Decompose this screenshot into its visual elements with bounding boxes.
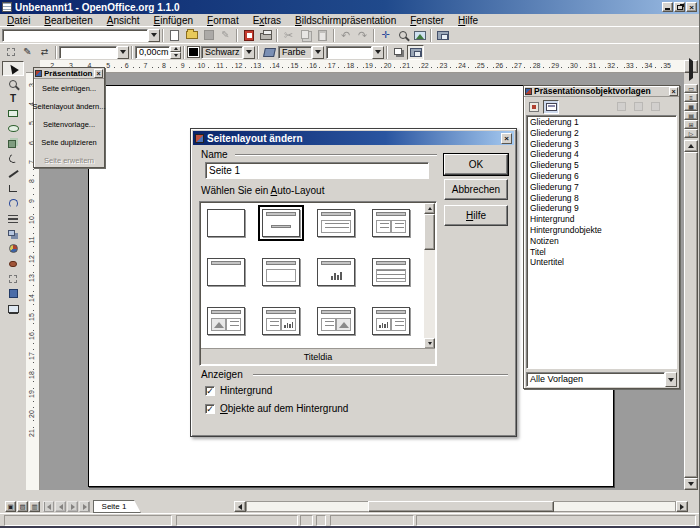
url-input[interactable] bbox=[2, 29, 148, 42]
rectangle-tool-button[interactable] bbox=[2, 106, 24, 121]
menu-datei[interactable]: Datei bbox=[0, 14, 37, 27]
line-style-combobox[interactable] bbox=[59, 46, 129, 59]
outline-view-button[interactable]: ≡ bbox=[684, 93, 698, 102]
restore-button[interactable] bbox=[674, 2, 685, 12]
style-item-gliederung-9[interactable]: Gliederung 9 bbox=[527, 203, 676, 214]
style-item-hintergrundobjekte[interactable]: Hintergrundobjekte bbox=[527, 225, 676, 236]
tab-seite-1[interactable]: Seite 1 bbox=[93, 500, 141, 513]
url-combobox[interactable] bbox=[2, 29, 160, 42]
select-tool-button[interactable] bbox=[2, 61, 24, 76]
layout-title-image-content[interactable] bbox=[207, 307, 245, 335]
layer-mode-button[interactable]: ▥ bbox=[29, 501, 40, 512]
line-color-dropdown-button[interactable] bbox=[243, 46, 255, 59]
style-item-gliederung-3[interactable]: Gliederung 3 bbox=[527, 139, 676, 150]
fill-color-combobox[interactable] bbox=[326, 46, 384, 59]
line-color-combobox[interactable]: Schwarz bbox=[201, 46, 255, 59]
style-item-gliederung-2[interactable]: Gliederung 2 bbox=[527, 128, 676, 139]
url-dropdown-button[interactable] bbox=[148, 29, 160, 42]
connector-tool-button[interactable] bbox=[2, 181, 24, 196]
zoom-tool-button[interactable] bbox=[2, 76, 24, 91]
menu-format[interactable]: Format bbox=[200, 14, 246, 27]
print-direct-button[interactable] bbox=[257, 28, 274, 43]
3d-objects-tool-button[interactable] bbox=[2, 136, 24, 151]
navigator-button[interactable]: ✛ bbox=[377, 28, 394, 43]
master-mode-button[interactable]: ▨ bbox=[17, 501, 28, 512]
pen-button[interactable]: ✎ bbox=[19, 45, 36, 60]
style-item-hintergrund[interactable]: Hintergrund bbox=[527, 214, 676, 225]
open-button[interactable] bbox=[183, 28, 200, 43]
style-item-gliederung-6[interactable]: Gliederung 6 bbox=[527, 171, 676, 182]
new-document-button[interactable] bbox=[166, 28, 183, 43]
insert-tool-button[interactable] bbox=[2, 286, 24, 301]
layout-title-only[interactable] bbox=[207, 258, 245, 286]
style-item-notizen[interactable]: Notizen bbox=[527, 236, 676, 247]
presentation-command-seite-duplizieren[interactable]: Seite duplizieren bbox=[34, 133, 104, 151]
fill-format-mode-button[interactable] bbox=[613, 100, 629, 114]
new-style-from-selection-button[interactable] bbox=[630, 100, 646, 114]
slide-view-button[interactable]: ▦ bbox=[684, 102, 698, 111]
layout-title-box[interactable] bbox=[262, 258, 300, 286]
presentation-command-seitenvorlage-[interactable]: Seitenvorlage... bbox=[34, 115, 104, 133]
interaction-tool-button[interactable] bbox=[2, 256, 24, 271]
text-tool-button[interactable]: T bbox=[2, 91, 24, 106]
style-list[interactable]: Gliederung 1Gliederung 2Gliederung 3Glie… bbox=[526, 115, 677, 369]
layout-grid-scrollbar[interactable] bbox=[424, 203, 435, 349]
presentation-box-toggle-button[interactable] bbox=[407, 45, 424, 60]
fill-color-dropdown-button[interactable] bbox=[372, 46, 384, 59]
redo-button[interactable]: ↷ bbox=[354, 28, 371, 43]
layout-title-chart[interactable] bbox=[317, 258, 355, 286]
undo-button[interactable]: ↶ bbox=[337, 28, 354, 43]
menu-bearbeiten[interactable]: Bearbeiten bbox=[37, 14, 99, 27]
presentation-styles-button[interactable] bbox=[543, 100, 559, 114]
close-icon[interactable]: × bbox=[669, 87, 678, 96]
scrollbar-thumb[interactable] bbox=[424, 214, 435, 250]
menu-bildschirmpräsentation[interactable]: Bildschirmpräsentation bbox=[288, 14, 403, 27]
spin-down-button[interactable] bbox=[170, 52, 181, 59]
alignment-tool-button[interactable] bbox=[2, 211, 24, 226]
hscroll-left-button[interactable] bbox=[234, 501, 246, 512]
menu-fenster[interactable]: Fenster bbox=[403, 14, 451, 27]
export-pdf-button[interactable] bbox=[240, 28, 257, 43]
layout-grid-view[interactable] bbox=[201, 203, 426, 349]
scroll-up-button[interactable] bbox=[424, 203, 435, 214]
presentation-command-seitenlayout-ändern-[interactable]: Seitenlayout ändern... bbox=[34, 97, 104, 115]
dialog-titlebar[interactable]: Seitenlayout ändern × bbox=[193, 131, 514, 145]
shadow-button[interactable] bbox=[390, 45, 407, 60]
curve-tool-button[interactable] bbox=[2, 151, 24, 166]
update-style-button[interactable] bbox=[647, 100, 663, 114]
paste-button[interactable] bbox=[314, 28, 331, 43]
arrow-style-button[interactable]: ⇄ bbox=[36, 45, 53, 60]
next-page-button[interactable] bbox=[67, 501, 78, 512]
layout-title-chart-content[interactable] bbox=[372, 307, 410, 335]
close-icon[interactable]: × bbox=[501, 133, 512, 144]
layout-title-table[interactable] bbox=[372, 258, 410, 286]
title-bar[interactable]: Unbenannt1 - OpenOffice.org 1.1.0 × bbox=[0, 0, 700, 14]
checkbox-objekte-auf-dem-hintergrund[interactable]: ✓ bbox=[205, 404, 215, 414]
cancel-button[interactable]: Abbrechen bbox=[444, 179, 508, 200]
presentation-box-button[interactable] bbox=[434, 28, 451, 43]
start-slide-show-button[interactable]: ▷ bbox=[684, 129, 698, 138]
close-icon[interactable]: × bbox=[94, 69, 103, 78]
close-button[interactable]: × bbox=[686, 2, 697, 12]
cut-button[interactable]: ✂ bbox=[280, 28, 297, 43]
style-item-gliederung-5[interactable]: Gliederung 5 bbox=[527, 160, 676, 171]
style-item-gliederung-8[interactable]: Gliederung 8 bbox=[527, 193, 676, 204]
zoom-button[interactable] bbox=[394, 28, 411, 43]
help-button[interactable]: Hilfe bbox=[444, 205, 508, 226]
scroll-up-button[interactable] bbox=[684, 140, 698, 152]
line-width-spinner[interactable] bbox=[170, 46, 181, 59]
fill-type-combobox[interactable]: Farbe bbox=[278, 46, 324, 59]
save-button[interactable] bbox=[200, 28, 217, 43]
layout-blank[interactable] bbox=[207, 209, 245, 237]
vertical-scrollbar-thumb[interactable] bbox=[684, 152, 698, 478]
gallery-button[interactable] bbox=[411, 28, 428, 43]
layout-title-content-image[interactable] bbox=[317, 307, 355, 335]
scroll-down-button[interactable] bbox=[684, 478, 698, 490]
ok-button[interactable]: OK bbox=[444, 154, 508, 175]
slide-show-tool-button[interactable] bbox=[2, 301, 24, 316]
handout-view-button[interactable]: ⊞ bbox=[684, 120, 698, 129]
style-item-titel[interactable]: Titel bbox=[527, 247, 676, 258]
first-page-button[interactable] bbox=[43, 501, 54, 512]
menu-hilfe[interactable]: Hilfe bbox=[451, 14, 485, 27]
fill-type-dropdown-button[interactable] bbox=[312, 46, 324, 59]
